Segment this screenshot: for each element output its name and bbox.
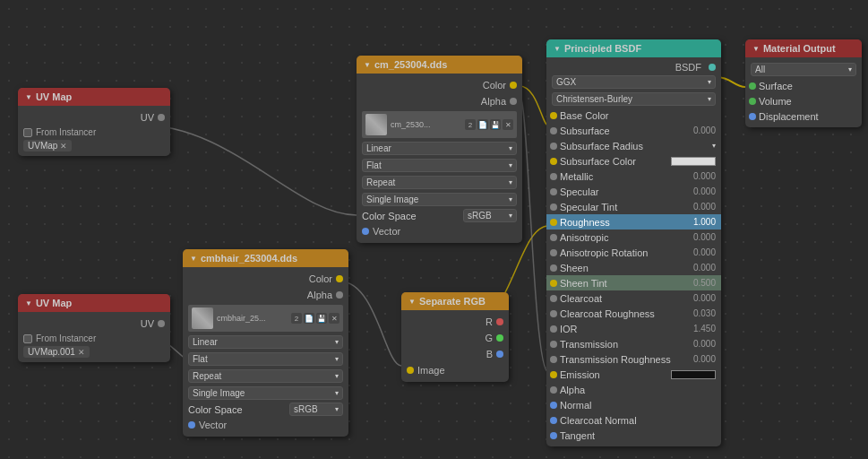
from-instancer-label-2: From Instancer (36, 333, 96, 343)
file-icon-2[interactable]: 📄 (304, 313, 314, 324)
source-dropdown-1[interactable]: Single Image ▾ (362, 193, 517, 206)
sep-rgb-header[interactable]: ▼ Separate RGB (401, 292, 509, 310)
dropdown-arrow-2: ▾ (509, 161, 512, 169)
transmission-socket[interactable] (550, 341, 557, 348)
interpolation-dropdown-2[interactable]: Linear ▾ (188, 335, 343, 349)
tangent-socket[interactable] (550, 432, 557, 439)
anisotropic-rotation-socket[interactable] (550, 249, 557, 256)
image-tex-2-title: cmbhair_253004.dds (201, 253, 297, 264)
base-color-socket[interactable] (550, 112, 557, 119)
ior-socket[interactable] (550, 325, 557, 333)
transmission-roughness-socket[interactable] (550, 356, 557, 363)
tangent-row: Tangent (546, 428, 721, 443)
anisotropic-rotation-val: 0.000 (689, 247, 716, 257)
extension-dropdown-1[interactable]: Repeat ▾ (362, 176, 517, 189)
principled-title: Principled BSDF (564, 43, 641, 54)
target-dropdown[interactable]: All ▾ (751, 63, 856, 76)
file-icon-1[interactable]: 📄 (477, 119, 488, 130)
distribution-field: GGX ▾ (546, 74, 721, 91)
img-tex-2-alpha-socket[interactable] (336, 291, 343, 299)
alpha-socket[interactable] (550, 386, 557, 394)
colorspace-dropdown-2[interactable]: sRGB ▾ (289, 403, 343, 416)
volume-socket[interactable] (749, 98, 756, 105)
transmission-roughness-val: 0.000 (689, 354, 716, 364)
principled-header[interactable]: ▼ Principled BSDF (546, 39, 721, 57)
img-tex-1-color-socket[interactable] (510, 82, 517, 89)
sep-r-socket[interactable] (496, 318, 503, 325)
surface-row: Surface (745, 78, 862, 93)
specular-tint-socket[interactable] (550, 204, 557, 211)
emission-socket[interactable] (550, 371, 557, 378)
extension-field-2: Repeat ▾ (183, 368, 348, 385)
sep-g-socket[interactable] (496, 334, 503, 342)
sep-b-socket[interactable] (496, 351, 503, 358)
subsurface-method-dropdown[interactable]: Christensen-Burley ▾ (552, 92, 716, 106)
material-out-header[interactable]: ▼ Material Output (745, 39, 862, 57)
image-tex-1-header[interactable]: ▼ cm_253004.dds (357, 56, 522, 74)
close-icon-1[interactable]: ✕ (503, 119, 513, 130)
sep-image-socket[interactable] (407, 367, 414, 374)
clearcoat-roughness-socket[interactable] (550, 310, 557, 317)
specular-socket[interactable] (550, 188, 557, 195)
save-icon-2[interactable]: 💾 (316, 313, 327, 324)
uv-map-2-header[interactable]: ▼ UV Map (18, 294, 170, 312)
material-output-node: ▼ Material Output All ▾ Surface Volume (745, 39, 862, 127)
uv-tag-2[interactable]: UVMap.001 ✕ (23, 346, 90, 358)
surface-socket[interactable] (749, 82, 756, 90)
sheen-socket[interactable] (550, 264, 557, 272)
img-tex-2-color-socket[interactable] (336, 275, 343, 282)
displacement-socket[interactable] (749, 113, 756, 120)
save-icon-1[interactable]: 💾 (490, 119, 501, 130)
img-tex-2-vector-socket[interactable] (188, 421, 195, 429)
distribution-dropdown[interactable]: GGX ▾ (552, 75, 716, 89)
uv-label-1: UV (141, 112, 154, 123)
clearcoat-row: Clearcoat 0.000 (546, 290, 721, 306)
subsurface-socket[interactable] (550, 127, 557, 134)
subsurface-radius-socket[interactable] (550, 143, 557, 150)
subsurface-color-swatch[interactable] (671, 157, 716, 166)
clearcoat-normal-socket[interactable] (550, 417, 557, 424)
interpolation-dropdown-1[interactable]: Linear ▾ (362, 142, 517, 155)
from-instancer-checkbox-2[interactable] (23, 334, 32, 343)
projection-val-1: Flat (366, 160, 382, 170)
clearcoat-normal-row: Clearcoat Normal (546, 412, 721, 428)
emission-row: Emission (546, 367, 721, 382)
img-tex-1-color-out: Color (357, 77, 522, 93)
bsdf-out-socket[interactable] (709, 64, 716, 71)
image-tex-2-header[interactable]: ▼ cmbhair_253004.dds (183, 249, 348, 267)
projection-dropdown-1[interactable]: Flat ▾ (362, 159, 517, 172)
uv-tag-remove-2[interactable]: ✕ (78, 348, 85, 357)
uv-socket-2[interactable] (158, 320, 165, 327)
emission-label: Emission (560, 369, 600, 380)
from-instancer-checkbox-1[interactable] (23, 128, 32, 137)
thumbnail-preview-2 (192, 307, 213, 329)
browse-icon-2[interactable]: 2 (291, 313, 302, 324)
uv-map-1-header[interactable]: ▼ UV Map (18, 88, 170, 106)
normal-socket[interactable] (550, 402, 557, 409)
dropdown-arrow-6: ▾ (335, 338, 339, 346)
colorspace-dropdown-1[interactable]: sRGB ▾ (463, 209, 517, 222)
extension-dropdown-2[interactable]: Repeat ▾ (188, 369, 343, 383)
image-tex-1-title: cm_253004.dds (374, 59, 447, 70)
projection-dropdown-2[interactable]: Flat ▾ (188, 352, 343, 366)
uv-socket-1[interactable] (158, 114, 165, 121)
anisotropic-socket[interactable] (550, 234, 557, 241)
emission-swatch[interactable] (671, 370, 716, 379)
roughness-socket[interactable] (550, 219, 557, 226)
source-dropdown-2[interactable]: Single Image ▾ (188, 386, 343, 400)
close-icon-2[interactable]: ✕ (329, 313, 339, 324)
uv-tag-remove-1[interactable]: ✕ (60, 142, 67, 151)
metallic-socket[interactable] (550, 173, 557, 180)
roughness-val: 1.000 (689, 217, 716, 227)
img-tex-1-alpha-socket[interactable] (510, 98, 517, 105)
browse-icon-1[interactable]: 2 (465, 119, 476, 130)
img-tex-1-vector-socket[interactable] (362, 228, 369, 235)
sheen-tint-socket[interactable] (550, 280, 557, 287)
uv-tag-1[interactable]: UVMap ✕ (23, 140, 72, 152)
target-val: All (755, 65, 765, 74)
img-tex-2-vector-in: Vector (183, 417, 348, 433)
target-arrow: ▾ (848, 65, 852, 74)
subsurface-color-socket[interactable] (550, 158, 557, 165)
clearcoat-socket[interactable] (550, 295, 557, 302)
img-tex-1-vector-in: Vector (357, 223, 522, 239)
